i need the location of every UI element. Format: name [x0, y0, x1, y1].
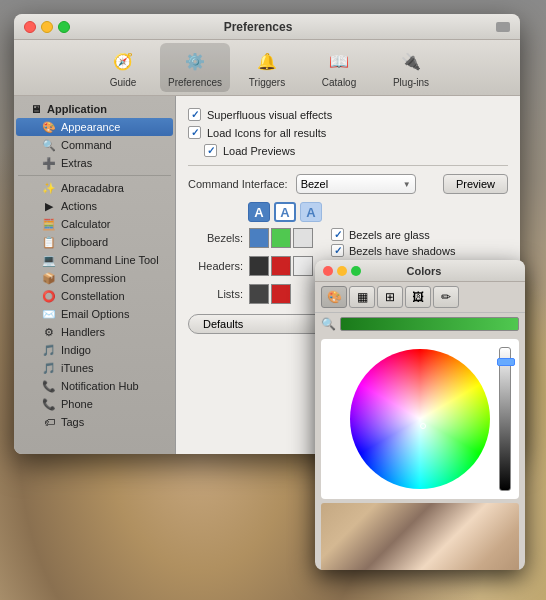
phone-icon: 📞: [42, 397, 56, 411]
sidebar-item-command[interactable]: 🔍 Command: [14, 136, 175, 154]
superfluous-label: Superfluous visual effects: [207, 109, 332, 121]
sidebar-item-calculator-label: Calculator: [61, 218, 111, 230]
plugins-icon: 🔌: [397, 47, 425, 75]
headers-swatch-light[interactable]: [293, 256, 313, 276]
lists-label: Lists:: [188, 288, 243, 300]
appearance-icon: 🎨: [42, 120, 56, 134]
preview-button[interactable]: Preview: [443, 174, 508, 194]
clipboard-icon: 📋: [42, 235, 56, 249]
sidebar-item-application[interactable]: 🖥 Application: [14, 100, 175, 118]
sidebar-item-constellation[interactable]: ⭕ Constellation: [14, 287, 175, 305]
lists-swatches: [249, 284, 291, 304]
lists-swatch-red[interactable]: [271, 284, 291, 304]
sidebar-item-extras[interactable]: ➕ Extras: [14, 154, 175, 172]
sidebar-item-compression[interactable]: 📦 Compression: [14, 269, 175, 287]
commandinterface-select[interactable]: Bezel ▼: [296, 174, 416, 194]
color-wheel-inner: [350, 349, 490, 489]
bezelsareglass-checkbox[interactable]: [331, 228, 344, 241]
toolbar-preferences[interactable]: ⚙️ Preferences: [160, 43, 230, 92]
sidebar-item-clipboard[interactable]: 📋 Clipboard: [14, 233, 175, 251]
bezelsareglass-label: Bezels are glass: [349, 229, 430, 241]
toolbar-triggers-label: Triggers: [249, 77, 285, 88]
bezels-swatch-light[interactable]: [293, 228, 313, 248]
sidebar-item-abracadabra[interactable]: ✨ Abracadabra: [14, 179, 175, 197]
color-gradient-bar[interactable]: [340, 317, 519, 331]
sidebar-item-notificationhub-label: Notification Hub: [61, 380, 139, 392]
sidebar-item-calculator[interactable]: 🧮 Calculator: [14, 215, 175, 233]
headers-label: Headers:: [188, 260, 243, 272]
bezelshadows-row: Bezels have shadows: [331, 244, 455, 257]
toolbar-catalog[interactable]: 📖 Catalog: [304, 43, 374, 92]
color-wheel[interactable]: [350, 349, 490, 489]
bezels-row: Bezels:: [188, 228, 313, 248]
bezelshadows-label: Bezels have shadows: [349, 245, 455, 257]
color-wheel-dot: [420, 423, 426, 429]
commandlinetool-icon: 💻: [42, 253, 56, 267]
command-icon: 🔍: [42, 138, 56, 152]
loadicons-row: Load Icons for all results: [188, 126, 508, 139]
bezel-letter-light[interactable]: A: [300, 202, 322, 222]
brightness-slider[interactable]: [499, 347, 511, 491]
headers-swatches: [249, 256, 313, 276]
sidebar-item-itunes[interactable]: 🎵 iTunes: [14, 359, 175, 377]
notificationhub-icon: 📞: [42, 379, 56, 393]
bezels-swatch-green[interactable]: [271, 228, 291, 248]
sidebar-item-emailoptions[interactable]: ✉️ Email Options: [14, 305, 175, 323]
guide-icon: 🧭: [109, 47, 137, 75]
toolbar-plugins[interactable]: 🔌 Plug-ins: [376, 43, 446, 92]
calculator-icon: 🧮: [42, 217, 56, 231]
bezels-swatches: [249, 228, 313, 248]
commandinterface-value: Bezel: [301, 178, 329, 190]
sidebar-divider: [18, 175, 171, 176]
colors-tool-pencil[interactable]: ✏: [433, 286, 459, 308]
loadicons-checkbox[interactable]: [188, 126, 201, 139]
bezels-swatch-blue[interactable]: [249, 228, 269, 248]
colors-tool-wheel[interactable]: 🎨: [321, 286, 347, 308]
sidebar-item-handlers-label: Handlers: [61, 326, 105, 338]
toolbar-guide[interactable]: 🧭 Guide: [88, 43, 158, 92]
tags-icon: 🏷: [42, 415, 56, 429]
colors-titlebar: Colors: [315, 260, 525, 282]
bezel-letter-blue[interactable]: A: [248, 202, 270, 222]
commandinterface-label: Command Interface:: [188, 178, 288, 190]
headers-row: Headers:: [188, 256, 313, 276]
sidebar-item-handlers[interactable]: ⚙ Handlers: [14, 323, 175, 341]
sidebar-item-commandlinetool[interactable]: 💻 Command Line Tool: [14, 251, 175, 269]
color-search-bar: 🔍: [315, 313, 525, 335]
handlers-icon: ⚙: [42, 325, 56, 339]
constellation-icon: ⭕: [42, 289, 56, 303]
loadpreviews-checkbox[interactable]: [204, 144, 217, 157]
sidebar-item-phone[interactable]: 📞 Phone: [14, 395, 175, 413]
sidebar-item-actions-label: Actions: [61, 200, 97, 212]
preferences-icon: ⚙️: [181, 47, 209, 75]
loadpreviews-label: Load Previews: [223, 145, 295, 157]
sidebar-item-notificationhub[interactable]: 📞 Notification Hub: [14, 377, 175, 395]
sidebar-item-actions[interactable]: ▶ Actions: [14, 197, 175, 215]
sidebar-item-appearance-label: Appearance: [61, 121, 120, 133]
titlebar: Preferences: [14, 14, 520, 40]
superfluous-checkbox[interactable]: [188, 108, 201, 121]
toolbar-triggers[interactable]: 🔔 Triggers: [232, 43, 302, 92]
headers-swatch-dark[interactable]: [249, 256, 269, 276]
bezelshadows-checkbox[interactable]: [331, 244, 344, 257]
sidebar-item-tags[interactable]: 🏷 Tags: [14, 413, 175, 431]
colors-toolbar: 🎨 ▦ ⊞ 🖼 ✏: [315, 282, 525, 313]
toolbar-plugins-label: Plug-ins: [393, 77, 429, 88]
bezel-letter-outline[interactable]: A: [274, 202, 296, 222]
sidebar-item-appearance[interactable]: 🎨 Appearance: [16, 118, 173, 136]
colors-window: Colors 🎨 ▦ ⊞ 🖼 ✏ 🔍 Opacity 30 %: [315, 260, 525, 570]
select-arrow-icon: ▼: [403, 180, 411, 189]
loadpreviews-row: Load Previews: [188, 144, 508, 157]
window-title: Preferences: [20, 20, 496, 34]
lists-swatch-dark[interactable]: [249, 284, 269, 304]
colors-tool-sliders[interactable]: ▦: [349, 286, 375, 308]
catalog-icon: 📖: [325, 47, 353, 75]
colors-tool-palette[interactable]: ⊞: [377, 286, 403, 308]
sidebar: 🖥 Application 🎨 Appearance 🔍 Command ➕ E…: [14, 96, 176, 454]
colors-tool-image[interactable]: 🖼: [405, 286, 431, 308]
actions-icon: ▶: [42, 199, 56, 213]
sidebar-item-indigo[interactable]: 🎵 Indigo: [14, 341, 175, 359]
headers-swatch-red[interactable]: [271, 256, 291, 276]
resize-button[interactable]: [496, 22, 510, 32]
sidebar-item-indigo-label: Indigo: [61, 344, 91, 356]
